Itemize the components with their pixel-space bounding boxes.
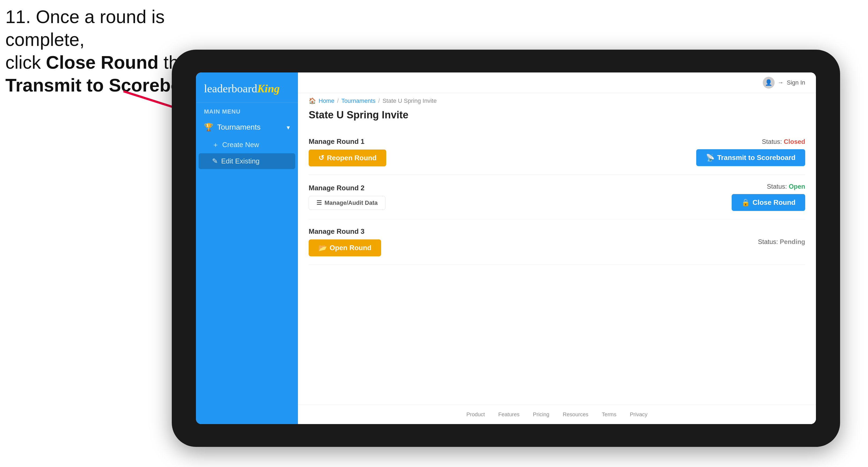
round-1-left: Manage Round 1 ↺ Reopen Round (309, 137, 386, 166)
breadcrumb: 🏠 Home / Tournaments / State U Spring In… (298, 93, 816, 106)
logo-leaderboard: leaderboard (204, 83, 257, 95)
main-content: 👤 → Sign In 🏠 Home / Tournaments / State… (298, 72, 816, 424)
trophy-icon: 🏆 (204, 123, 213, 131)
open-round-label: Open Round (330, 244, 371, 252)
person-icon: 👤 (765, 79, 772, 86)
reopen-icon: ↺ (318, 154, 324, 162)
close-round-bold: Close Round (46, 52, 158, 72)
footer-features[interactable]: Features (498, 411, 520, 417)
close-round-label: Close Round (752, 198, 796, 207)
round-1-status: Status: Closed (762, 138, 805, 146)
reopen-round-button[interactable]: ↺ Reopen Round (309, 150, 386, 166)
audit-icon: ☰ (316, 199, 322, 207)
avatar: 👤 (763, 77, 775, 89)
transmit-label: Transmit to Scoreboard (717, 154, 796, 162)
tablet-frame: leaderboardKing MAIN MENU 🏆 Tournaments … (172, 50, 840, 447)
close-round-button[interactable]: 🔒 Close Round (732, 194, 805, 211)
round-2-status-value: Open (789, 183, 805, 190)
sidebar-item-tournaments[interactable]: 🏆 Tournaments (196, 118, 298, 136)
round-2-title: Manage Round 2 (309, 184, 385, 192)
round-3-status: Status: Pending (758, 238, 805, 246)
footer-pricing[interactable]: Pricing (533, 411, 550, 417)
lock-icon: 🔒 (741, 198, 750, 207)
breadcrumb-current: State U Spring Invite (382, 97, 437, 104)
transmit-icon: 📡 (706, 154, 714, 162)
breadcrumb-home[interactable]: Home (318, 97, 334, 104)
round-1-title: Manage Round 1 (309, 137, 386, 146)
logo-king: King (257, 83, 280, 95)
edit-icon: ✎ (212, 157, 218, 165)
transmit-to-scoreboard-button[interactable]: 📡 Transmit to Scoreboard (696, 149, 805, 166)
sign-in-label: Sign In (787, 79, 805, 86)
open-icon: 📂 (318, 244, 327, 252)
chevron-down-icon (287, 123, 290, 131)
round-3-section: Manage Round 3 📂 Open Round Status: Pend… (309, 219, 805, 264)
tournaments-nav-left: 🏆 Tournaments (204, 123, 260, 131)
sidebar-nav: 🏆 Tournaments ＋ Create New ✎ Edit Existi… (196, 118, 298, 169)
footer-resources[interactable]: Resources (563, 411, 589, 417)
manage-audit-label: Manage/Audit Data (324, 199, 378, 207)
round-1-status-value: Closed (784, 138, 805, 145)
breadcrumb-sep2: / (378, 97, 380, 104)
page-content: State U Spring Invite Manage Round 1 ↺ R… (298, 106, 816, 405)
plus-icon: ＋ (212, 140, 219, 150)
sidebar-logo: leaderboardKing (196, 72, 298, 103)
instruction-line1: 11. Once a round is complete, (5, 6, 164, 50)
sidebar-item-create-new[interactable]: ＋ Create New (196, 136, 298, 153)
sidebar-item-edit-existing[interactable]: ✎ Edit Existing (198, 153, 295, 169)
header-bar: 👤 → Sign In (298, 72, 816, 93)
tournaments-label: Tournaments (217, 123, 260, 131)
home-icon: 🏠 (309, 97, 316, 104)
round-3-status-value: Pending (780, 238, 805, 245)
footer-product[interactable]: Product (466, 411, 485, 417)
round-3-title: Manage Round 3 (309, 227, 381, 236)
round-1-right: Status: Closed 📡 Transmit to Scoreboard (696, 138, 805, 166)
breadcrumb-sep1: / (337, 97, 339, 104)
round-2-status: Status: Open (767, 183, 805, 190)
footer-terms[interactable]: Terms (602, 411, 616, 417)
round-1-section: Manage Round 1 ↺ Reopen Round Status: Cl… (309, 129, 805, 175)
round-2-section: Manage Round 2 ☰ Manage/Audit Data Statu… (309, 175, 805, 219)
sidebar-menu-label: MAIN MENU (196, 103, 298, 118)
tablet-screen: leaderboardKing MAIN MENU 🏆 Tournaments … (196, 72, 816, 424)
reopen-round-label: Reopen Round (327, 154, 377, 162)
round-2-right: Status: Open 🔒 Close Round (732, 183, 805, 211)
sidebar: leaderboardKing MAIN MENU 🏆 Tournaments … (196, 72, 298, 424)
sign-in-area[interactable]: 👤 → Sign In (763, 77, 805, 89)
app-layout: leaderboardKing MAIN MENU 🏆 Tournaments … (196, 72, 816, 424)
round-3-right: Status: Pending (758, 238, 805, 246)
manage-audit-button[interactable]: ☰ Manage/Audit Data (309, 196, 385, 210)
edit-existing-label: Edit Existing (221, 157, 259, 165)
open-round-button[interactable]: 📂 Open Round (309, 240, 381, 256)
round-2-left: Manage Round 2 ☰ Manage/Audit Data (309, 184, 385, 210)
footer: Product Features Pricing Resources Terms… (298, 405, 816, 424)
breadcrumb-tournaments[interactable]: Tournaments (341, 97, 375, 104)
round-3-left: Manage Round 3 📂 Open Round (309, 227, 381, 256)
sign-in-arrow: → (778, 79, 784, 86)
create-new-label: Create New (222, 141, 259, 149)
logo-brand: leaderboardKing (204, 82, 290, 95)
page-title: State U Spring Invite (309, 109, 805, 121)
footer-privacy[interactable]: Privacy (630, 411, 648, 417)
